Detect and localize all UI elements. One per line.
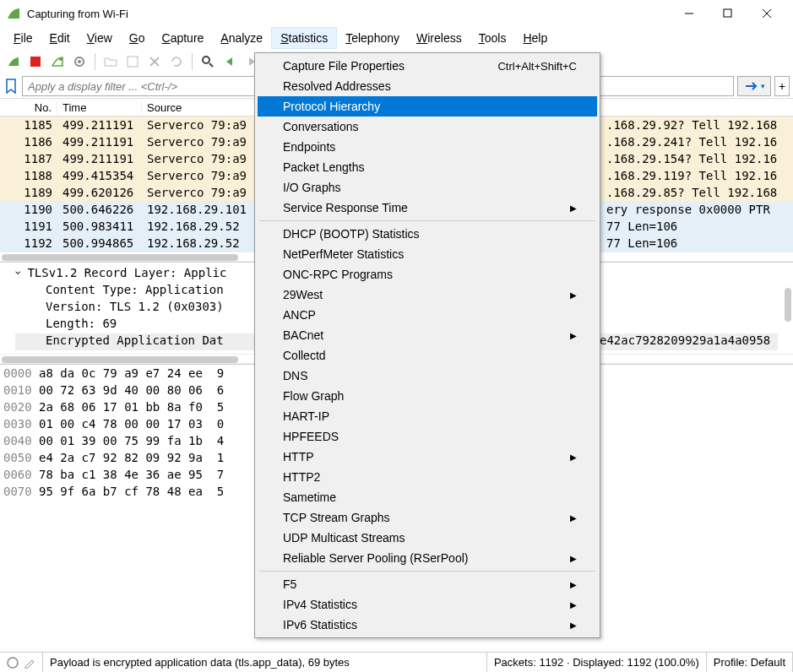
wireshark-icon xyxy=(7,7,20,20)
menu-item-conversations[interactable]: Conversations xyxy=(258,117,597,137)
menu-item-label: HTTP2 xyxy=(283,470,320,484)
cell-source: Serverco_79:a9 xyxy=(142,135,260,149)
save-file-button[interactable] xyxy=(122,51,143,72)
stop-capture-button[interactable] xyxy=(25,51,46,72)
go-back-button[interactable] xyxy=(220,51,240,72)
menu-statistics[interactable]: Statistics xyxy=(271,27,337,49)
reload-icon xyxy=(170,55,183,68)
column-time[interactable]: Time xyxy=(57,101,142,114)
menu-item-collectd[interactable]: Collectd xyxy=(258,345,597,366)
cell-source: 192.168.29.52 xyxy=(142,236,260,250)
menu-item-label: NetPerfMeter Statistics xyxy=(283,247,404,261)
menu-item-protocol-hierarchy[interactable]: Protocol Hierarchy xyxy=(258,96,597,117)
menu-item-ancp[interactable]: ANCP xyxy=(258,305,597,325)
close-button[interactable] xyxy=(747,0,786,27)
save-icon xyxy=(126,55,139,68)
menu-item-packet-lengths[interactable]: Packet Lengths xyxy=(258,157,597,177)
svg-rect-1 xyxy=(724,9,731,17)
status-message: Payload is encrypted application data (t… xyxy=(43,653,487,672)
menu-item-label: HPFEEDS xyxy=(283,430,339,443)
menu-item-f5[interactable]: F5▶ xyxy=(258,574,597,594)
reload-button[interactable] xyxy=(166,51,187,72)
menu-item-label: Protocol Hierarchy xyxy=(283,100,380,113)
menu-view[interactable]: View xyxy=(79,28,121,48)
maximize-icon xyxy=(723,8,733,19)
menu-item-sametime[interactable]: Sametime xyxy=(258,487,597,507)
menu-item-label: IPv4 Statistics xyxy=(283,598,357,611)
submenu-arrow-icon: ▶ xyxy=(570,580,577,589)
start-capture-button[interactable] xyxy=(3,51,24,72)
cell-time: 499.415354 xyxy=(57,169,142,182)
file-close-icon xyxy=(148,55,161,68)
menubar: FileEditViewGoCaptureAnalyzeStatisticsTe… xyxy=(0,27,793,49)
menu-item-tcp-stream-graphs[interactable]: TCP Stream Graphs▶ xyxy=(258,507,597,528)
menu-capture[interactable]: Capture xyxy=(154,28,213,48)
minimize-button[interactable] xyxy=(670,0,709,27)
menu-item-dns[interactable]: DNS xyxy=(258,366,597,386)
menu-item-label: I/O Graphs xyxy=(283,181,340,194)
menu-item-i-o-graphs[interactable]: I/O Graphs xyxy=(258,177,597,198)
status-profile[interactable]: Profile: Default xyxy=(707,653,793,672)
menu-item-ipv4-statistics[interactable]: IPv4 Statistics▶ xyxy=(258,594,597,615)
close-file-button[interactable] xyxy=(144,51,165,72)
menu-item-dhcp-bootp-statistics[interactable]: DHCP (BOOTP) Statistics xyxy=(258,224,597,244)
menu-item-netperfmeter-statistics[interactable]: NetPerfMeter Statistics xyxy=(258,244,597,264)
menu-item-label: F5 xyxy=(283,577,296,591)
filter-apply-button[interactable]: ▾ xyxy=(737,76,771,96)
menu-item-label: DNS xyxy=(283,369,308,382)
menu-wireless[interactable]: Wireless xyxy=(408,28,470,48)
capture-options-button[interactable] xyxy=(69,51,90,72)
menu-item-label: Capture File Properties xyxy=(283,59,405,73)
arrow-left-icon xyxy=(223,55,236,68)
cell-time: 500.983411 xyxy=(57,219,142,233)
menu-item-label: Conversations xyxy=(283,120,359,133)
submenu-arrow-icon: ▶ xyxy=(570,453,577,462)
column-source[interactable]: Source xyxy=(142,101,260,114)
maximize-button[interactable] xyxy=(709,0,747,27)
menu-analyze[interactable]: Analyze xyxy=(212,28,271,48)
cell-no: 1192 xyxy=(0,236,57,250)
menu-item-udp-multicast-streams[interactable]: UDP Multicast Streams xyxy=(258,528,597,548)
menu-telephony[interactable]: Telephony xyxy=(337,28,408,48)
restart-icon xyxy=(51,55,64,68)
add-filter-button[interactable]: + xyxy=(774,76,790,96)
cell-source: 192.168.29.101 xyxy=(142,203,260,216)
menu-item-29west[interactable]: 29West▶ xyxy=(258,285,597,305)
menu-item-bacnet[interactable]: BACnet▶ xyxy=(258,325,597,345)
restart-capture-button[interactable] xyxy=(47,51,68,72)
menu-item-onc-rpc-programs[interactable]: ONC-RPC Programs xyxy=(258,264,597,285)
column-no[interactable]: No. xyxy=(0,101,57,114)
menu-item-resolved-addresses[interactable]: Resolved Addresses xyxy=(258,76,597,96)
menu-item-flow-graph[interactable]: Flow Graph xyxy=(258,386,597,406)
menu-separator xyxy=(259,220,595,221)
hex-offset: 0050 xyxy=(3,451,39,468)
menu-item-ipv6-statistics[interactable]: IPv6 Statistics▶ xyxy=(258,615,597,635)
menu-item-hart-ip[interactable]: HART-IP xyxy=(258,406,597,426)
open-file-button[interactable] xyxy=(100,51,121,72)
menu-item-label: ONC-RPC Programs xyxy=(283,268,393,281)
bookmark-icon[interactable] xyxy=(3,77,19,95)
menu-item-capture-file-properties[interactable]: Capture File PropertiesCtrl+Alt+Shift+C xyxy=(258,56,597,76)
menu-edit[interactable]: Edit xyxy=(41,28,79,48)
submenu-arrow-icon: ▶ xyxy=(570,621,577,630)
menu-item-reliable-server-pooling-rserpool-[interactable]: Reliable Server Pooling (RSerPool)▶ xyxy=(258,548,597,568)
vertical-scrollbar[interactable] xyxy=(785,288,791,322)
statusbar: Payload is encrypted application data (t… xyxy=(0,652,793,672)
menu-item-http2[interactable]: HTTP2 xyxy=(258,467,597,487)
menu-item-hpfeeds[interactable]: HPFEEDS xyxy=(258,426,597,447)
toolbar-separator xyxy=(192,53,193,70)
menu-go[interactable]: Go xyxy=(121,28,154,48)
menu-tools[interactable]: Tools xyxy=(470,28,515,48)
menu-item-label: Flow Graph xyxy=(283,389,344,403)
find-button[interactable] xyxy=(198,51,218,72)
expert-info-button[interactable] xyxy=(0,653,43,672)
close-icon xyxy=(762,8,772,19)
menu-item-service-response-time[interactable]: Service Response Time▶ xyxy=(258,198,597,218)
menu-file[interactable]: File xyxy=(5,28,41,48)
menu-item-label: BACnet xyxy=(283,328,323,342)
menu-item-label: Service Response Time xyxy=(283,201,408,214)
menu-item-http[interactable]: HTTP▶ xyxy=(258,447,597,467)
menu-item-endpoints[interactable]: Endpoints xyxy=(258,137,597,157)
svg-point-5 xyxy=(59,57,62,61)
menu-help[interactable]: Help xyxy=(514,28,556,48)
